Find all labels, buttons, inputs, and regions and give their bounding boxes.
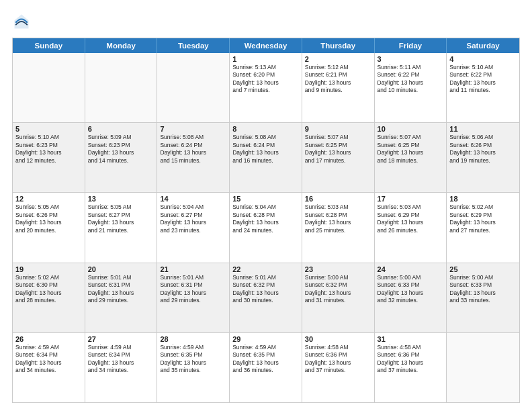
cal-cell-0-4: 2Sunrise: 5:12 AMSunset: 6:21 PMDaylight… bbox=[302, 53, 375, 122]
cal-cell-3-3: 22Sunrise: 5:01 AMSunset: 6:32 PMDayligh… bbox=[230, 263, 302, 332]
day-number: 19 bbox=[15, 265, 82, 273]
cell-line-0: Sunrise: 4:59 AM bbox=[160, 344, 226, 351]
cell-line-2: Daylight: 13 hours bbox=[232, 79, 299, 87]
cell-line-3: and 32 minutes. bbox=[378, 297, 444, 304]
cell-line-1: Sunset: 6:24 PM bbox=[160, 142, 226, 149]
cell-line-1: Sunset: 6:26 PM bbox=[15, 212, 82, 219]
day-number: 29 bbox=[232, 335, 299, 343]
cal-cell-2-5: 17Sunrise: 5:03 AMSunset: 6:29 PMDayligh… bbox=[375, 193, 447, 262]
cell-line-2: Daylight: 13 hours bbox=[88, 289, 154, 297]
cell-line-3: and 35 minutes. bbox=[160, 367, 226, 374]
cell-line-0: Sunrise: 5:13 AM bbox=[232, 64, 299, 71]
cell-line-1: Sunset: 6:23 PM bbox=[88, 142, 154, 149]
day-number: 1 bbox=[232, 55, 299, 63]
cell-line-3: and 12 minutes. bbox=[15, 157, 82, 165]
day-number: 26 bbox=[15, 335, 82, 343]
cell-line-1: Sunset: 6:34 PM bbox=[88, 351, 154, 359]
calendar-header: SundayMondayTuesdayWednesdayThursdayFrid… bbox=[13, 38, 519, 53]
cell-line-3: and 34 minutes. bbox=[15, 367, 82, 374]
cell-line-3: and 16 minutes. bbox=[232, 157, 299, 165]
cell-line-3: and 25 minutes. bbox=[305, 227, 371, 234]
cal-cell-0-2 bbox=[157, 53, 230, 122]
cell-line-0: Sunrise: 5:03 AM bbox=[378, 203, 444, 211]
cal-cell-2-6: 18Sunrise: 5:02 AMSunset: 6:29 PMDayligh… bbox=[447, 193, 519, 262]
week-row-4: 26Sunrise: 4:59 AMSunset: 6:34 PMDayligh… bbox=[13, 333, 519, 402]
cal-cell-0-0 bbox=[13, 53, 85, 122]
cell-line-2: Daylight: 13 hours bbox=[449, 289, 517, 297]
cal-cell-2-3: 15Sunrise: 5:04 AMSunset: 6:28 PMDayligh… bbox=[230, 193, 302, 262]
cal-cell-3-2: 21Sunrise: 5:01 AMSunset: 6:31 PMDayligh… bbox=[157, 263, 230, 332]
cell-line-3: and 27 minutes. bbox=[449, 227, 517, 234]
cal-cell-2-0: 12Sunrise: 5:05 AMSunset: 6:26 PMDayligh… bbox=[13, 193, 85, 262]
cell-line-2: Daylight: 13 hours bbox=[305, 149, 371, 156]
cell-line-3: and 33 minutes. bbox=[449, 297, 517, 304]
day-number: 21 bbox=[160, 265, 226, 273]
cell-line-2: Daylight: 13 hours bbox=[378, 289, 444, 297]
cell-line-1: Sunset: 6:22 PM bbox=[449, 71, 517, 79]
cell-line-2: Daylight: 13 hours bbox=[88, 359, 154, 367]
cell-line-3: and 26 minutes. bbox=[378, 227, 444, 234]
cell-line-1: Sunset: 6:25 PM bbox=[305, 142, 371, 149]
cal-cell-1-0: 5Sunrise: 5:10 AMSunset: 6:23 PMDaylight… bbox=[13, 123, 85, 192]
cell-line-2: Daylight: 13 hours bbox=[232, 219, 299, 226]
cell-line-2: Daylight: 13 hours bbox=[378, 359, 444, 367]
cell-line-2: Daylight: 13 hours bbox=[15, 289, 82, 297]
cell-line-1: Sunset: 6:32 PM bbox=[232, 281, 299, 289]
cell-line-1: Sunset: 6:35 PM bbox=[160, 351, 226, 359]
day-number: 11 bbox=[449, 125, 517, 133]
day-number: 15 bbox=[232, 195, 299, 203]
cell-line-1: Sunset: 6:28 PM bbox=[232, 212, 299, 219]
cell-line-1: Sunset: 6:20 PM bbox=[232, 71, 299, 79]
day-number: 25 bbox=[449, 265, 517, 273]
cell-line-3: and 36 minutes. bbox=[232, 367, 299, 374]
cell-line-1: Sunset: 6:25 PM bbox=[378, 142, 444, 149]
header-day-wednesday: Wednesday bbox=[230, 38, 302, 53]
cell-line-0: Sunrise: 5:07 AM bbox=[305, 134, 371, 141]
cell-line-2: Daylight: 13 hours bbox=[305, 359, 371, 367]
day-number: 31 bbox=[378, 335, 444, 343]
cal-cell-1-3: 8Sunrise: 5:08 AMSunset: 6:24 PMDaylight… bbox=[230, 123, 302, 192]
cell-line-0: Sunrise: 5:12 AM bbox=[305, 64, 371, 71]
cell-line-2: Daylight: 13 hours bbox=[160, 359, 226, 367]
day-number: 18 bbox=[449, 195, 517, 203]
week-row-1: 5Sunrise: 5:10 AMSunset: 6:23 PMDaylight… bbox=[13, 123, 519, 193]
cell-line-2: Daylight: 13 hours bbox=[305, 289, 371, 297]
cal-cell-0-6: 4Sunrise: 5:10 AMSunset: 6:22 PMDaylight… bbox=[447, 53, 519, 122]
cell-line-0: Sunrise: 5:04 AM bbox=[160, 203, 226, 211]
day-number: 9 bbox=[305, 125, 371, 133]
cal-cell-4-1: 27Sunrise: 4:59 AMSunset: 6:34 PMDayligh… bbox=[85, 333, 158, 402]
header-day-friday: Friday bbox=[375, 38, 447, 53]
cell-line-1: Sunset: 6:33 PM bbox=[449, 281, 517, 289]
cell-line-3: and 11 minutes. bbox=[449, 87, 517, 94]
logo bbox=[12, 12, 34, 31]
cell-line-0: Sunrise: 5:01 AM bbox=[232, 274, 299, 281]
cell-line-0: Sunrise: 5:01 AM bbox=[160, 274, 226, 281]
cell-line-0: Sunrise: 4:58 AM bbox=[305, 344, 371, 351]
cell-line-2: Daylight: 13 hours bbox=[232, 149, 299, 156]
cell-line-1: Sunset: 6:35 PM bbox=[232, 351, 299, 359]
header-day-monday: Monday bbox=[85, 38, 158, 53]
cell-line-3: and 9 minutes. bbox=[305, 87, 371, 94]
cell-line-0: Sunrise: 5:10 AM bbox=[15, 134, 82, 141]
cell-line-3: and 29 minutes. bbox=[88, 297, 154, 304]
cal-cell-1-6: 11Sunrise: 5:06 AMSunset: 6:26 PMDayligh… bbox=[447, 123, 519, 192]
cal-cell-4-2: 28Sunrise: 4:59 AMSunset: 6:35 PMDayligh… bbox=[157, 333, 230, 402]
cal-cell-3-6: 25Sunrise: 5:00 AMSunset: 6:33 PMDayligh… bbox=[447, 263, 519, 332]
day-number: 27 bbox=[88, 335, 154, 343]
cell-line-0: Sunrise: 5:08 AM bbox=[160, 134, 226, 141]
cell-line-0: Sunrise: 5:04 AM bbox=[232, 203, 299, 211]
cell-line-1: Sunset: 6:27 PM bbox=[88, 212, 154, 219]
cal-cell-3-1: 20Sunrise: 5:01 AMSunset: 6:31 PMDayligh… bbox=[85, 263, 158, 332]
cell-line-3: and 31 minutes. bbox=[305, 297, 371, 304]
day-number: 14 bbox=[160, 195, 226, 203]
logo-icon bbox=[12, 12, 31, 31]
cell-line-1: Sunset: 6:24 PM bbox=[232, 142, 299, 149]
header bbox=[12, 12, 520, 31]
page: SundayMondayTuesdayWednesdayThursdayFrid… bbox=[0, 0, 532, 411]
cell-line-3: and 28 minutes. bbox=[15, 297, 82, 304]
cell-line-0: Sunrise: 5:00 AM bbox=[378, 274, 444, 281]
cell-line-2: Daylight: 13 hours bbox=[160, 149, 226, 156]
cell-line-3: and 19 minutes. bbox=[449, 157, 517, 165]
cal-cell-3-4: 23Sunrise: 5:00 AMSunset: 6:32 PMDayligh… bbox=[302, 263, 375, 332]
cal-cell-1-4: 9Sunrise: 5:07 AMSunset: 6:25 PMDaylight… bbox=[302, 123, 375, 192]
